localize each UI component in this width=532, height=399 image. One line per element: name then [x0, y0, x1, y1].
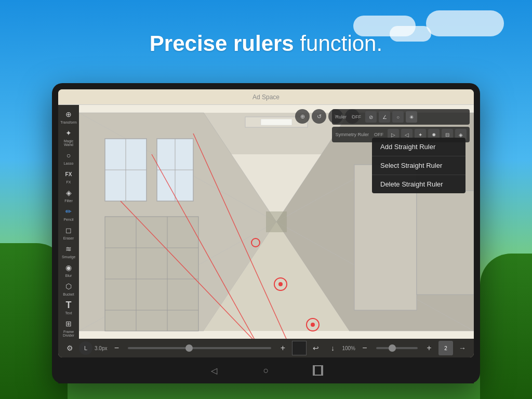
- ad-label: Ad Space: [252, 94, 280, 101]
- icon-undo[interactable]: ↺: [312, 109, 326, 124]
- svg-point-29: [278, 282, 283, 286]
- blur-icon: ◉: [63, 262, 74, 273]
- select-straight-ruler-item[interactable]: Select Straight Ruler: [372, 156, 466, 175]
- nav-back-btn[interactable]: [209, 365, 219, 376]
- nav-recent-btn[interactable]: [313, 365, 323, 376]
- fx-icon: FX: [63, 168, 74, 180]
- nav-home-btn[interactable]: [261, 365, 271, 376]
- size-minus-btn[interactable]: −: [109, 341, 124, 355]
- zoom-slider[interactable]: [376, 347, 418, 349]
- svg-rect-22: [417, 191, 474, 295]
- lasso-label: Lasso: [64, 162, 74, 165]
- magic-wand-label: Magic Wand: [59, 139, 78, 147]
- tool-bucket[interactable]: ⬡ Bucket: [59, 279, 78, 298]
- down-btn[interactable]: ↓: [325, 341, 340, 355]
- tool-eraser[interactable]: ◻ Eraser: [59, 223, 78, 242]
- symmetry-title: Symmetry Ruler: [335, 132, 369, 137]
- pencil-label: Pencil: [63, 218, 73, 221]
- size-plus-btn[interactable]: +: [275, 341, 290, 355]
- tool-pencil[interactable]: ✏ Pencil: [59, 204, 78, 223]
- svg-point-31: [311, 323, 315, 327]
- tablet-device: Ad Space ⊕ Transform ✦ Magic Wand ○: [52, 83, 480, 383]
- eraser-label: Eraser: [63, 236, 74, 240]
- tool-filter[interactable]: ◈ Filter: [59, 185, 78, 204]
- tool-fx[interactable]: FX FX: [59, 167, 78, 185]
- tool-text[interactable]: T Text: [59, 298, 78, 316]
- svg-rect-24: [261, 119, 292, 125]
- ruler-special-btn[interactable]: ✳: [406, 111, 417, 123]
- bucket-icon: ⬡: [63, 281, 74, 292]
- canvas-area[interactable]: ⊕ ↺ ↻ ⬆ Ruler OFF ⊘ ∠ ○: [79, 105, 474, 339]
- tool-smudge[interactable]: ≋ Smudge: [59, 242, 78, 260]
- layer-num-btn[interactable]: 2: [438, 341, 453, 355]
- ad-bar: Ad Space: [58, 89, 474, 105]
- svg-rect-33: [266, 211, 287, 232]
- symmetry-off-label: OFF: [372, 131, 385, 138]
- frame-divider-label: Frame Divider: [59, 330, 78, 337]
- title-area: Precise rulers function.: [0, 31, 532, 56]
- app-screen: Ad Space ⊕ Transform ✦ Magic Wand ○: [58, 89, 474, 357]
- size-slider-thumb[interactable]: [185, 344, 193, 352]
- icon-layers[interactable]: ⊕: [295, 109, 310, 124]
- ruler-controls: Ruler OFF ⊘ ∠ ○ ✳ Add Straight Ruler Sel…: [332, 109, 470, 142]
- tablet-nav: [58, 357, 474, 383]
- ruler-off-label: OFF: [350, 113, 363, 121]
- ruler-angle-btn[interactable]: ∠: [379, 111, 390, 123]
- zoom-value-label: 100%: [342, 345, 355, 351]
- zoom-plus-btn[interactable]: +: [422, 341, 436, 355]
- page-title: Precise rulers function.: [0, 31, 532, 56]
- tool-transform[interactable]: ⊕ Transform: [59, 107, 78, 126]
- tree-right: [480, 254, 532, 399]
- filter-label: Filter: [64, 199, 73, 203]
- transform-label: Transform: [60, 121, 77, 124]
- zoom-slider-thumb[interactable]: [389, 344, 396, 352]
- tool-lasso[interactable]: ○ Lasso: [59, 148, 78, 167]
- smudge-label: Smudge: [62, 255, 75, 259]
- filter-icon: ◈: [63, 187, 74, 198]
- ruler-circle-btn[interactable]: ○: [392, 111, 404, 123]
- main-area: ⊕ Transform ✦ Magic Wand ○ Lasso FX FX: [58, 105, 474, 339]
- tool-magic-wand[interactable]: ✦ Magic Wand: [59, 126, 78, 148]
- bottom-toolbar: ⚙ L 3.0px − + ↩ ↓ 100% −: [58, 339, 474, 357]
- tool-frame-divider[interactable]: ⊞ Frame Divider: [59, 316, 78, 339]
- delete-straight-ruler-item[interactable]: Delete Straight Ruler: [372, 175, 466, 193]
- fx-label: FX: [66, 180, 71, 184]
- tool-blur[interactable]: ◉ Blur: [59, 260, 78, 279]
- ruler-straight-btn[interactable]: ⊘: [365, 111, 377, 123]
- size-slider[interactable]: [128, 347, 271, 349]
- ruler-dropdown-menu: Add Straight Ruler Select Straight Ruler…: [372, 138, 466, 193]
- lasso-icon: ○: [63, 150, 74, 161]
- undo-btn[interactable]: ↩: [309, 341, 323, 355]
- text-label: Text: [65, 311, 72, 315]
- smudge-icon: ≋: [63, 243, 74, 255]
- color-picker[interactable]: [292, 341, 307, 355]
- eraser-icon: ◻: [63, 224, 74, 236]
- ruler-row: Ruler OFF ⊘ ∠ ○ ✳: [332, 109, 470, 125]
- transform-icon: ⊕: [63, 109, 74, 120]
- arrow-right-btn[interactable]: →: [455, 341, 470, 355]
- tablet-screen: Ad Space ⊕ Transform ✦ Magic Wand ○: [58, 89, 474, 357]
- ruler-title: Ruler: [335, 114, 347, 119]
- pencil-icon: ✏: [63, 206, 74, 217]
- blur-label: Blur: [65, 274, 72, 277]
- text-icon: T: [63, 299, 74, 311]
- bucket-label: Bucket: [63, 292, 74, 296]
- add-straight-ruler-item[interactable]: Add Straight Ruler: [372, 138, 466, 156]
- frame-divider-icon: ⊞: [63, 318, 74, 329]
- left-toolbar: ⊕ Transform ✦ Magic Wand ○ Lasso FX FX: [58, 105, 79, 339]
- zoom-minus-btn[interactable]: −: [357, 341, 372, 355]
- brush-settings-btn[interactable]: ⚙: [62, 341, 77, 355]
- size-value-label: 3.0px: [95, 345, 107, 351]
- layer-btn[interactable]: L: [79, 341, 92, 355]
- magic-wand-icon: ✦: [63, 127, 74, 139]
